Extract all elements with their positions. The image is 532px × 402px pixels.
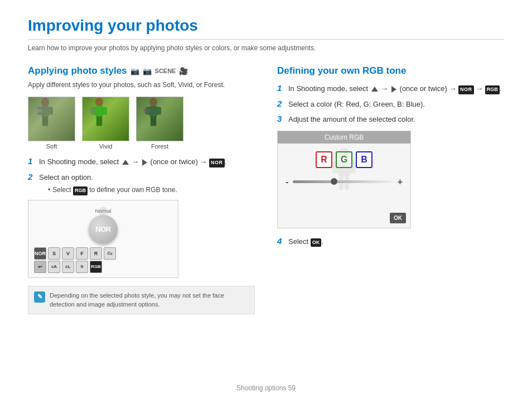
ok-button[interactable]: OK [390, 213, 406, 223]
svg-rect-3 [49, 107, 53, 115]
svg-point-7 [95, 98, 103, 107]
svg-rect-4 [42, 116, 45, 126]
style-icons-row1: NOR S V F R C₀ [34, 247, 116, 260]
svg-rect-11 [96, 116, 99, 126]
svg-rect-13 [90, 109, 96, 113]
section-description: Apply different styles to your photos, s… [28, 80, 255, 90]
right-step-3: 3 Adjust the amount of the selected colo… [277, 114, 504, 125]
plus-label: + [398, 177, 403, 187]
minus-label: - [286, 177, 288, 187]
right-step-4: 4 Select OK. [277, 236, 504, 247]
section-title-text: Applying photo styles [28, 65, 127, 76]
rgb-badge-inline: RGB [73, 186, 88, 195]
note-icon: ✎ [34, 291, 45, 303]
sicon-cl[interactable]: cL [62, 261, 74, 273]
person-silhouette-vivid [83, 97, 116, 136]
video-icon: 🎥 [179, 67, 188, 75]
photo-soft-label: Soft [46, 143, 57, 150]
sicon-f[interactable]: F [76, 247, 88, 260]
left-step-2: 2 Select an option. Select RGB to define… [28, 172, 255, 195]
note-text: Depending on the selected photo style, y… [50, 291, 249, 309]
left-column: Applying photo styles 📷 📷 SCENE 🎥 Apply … [28, 65, 255, 314]
photo-vivid-label: Vivid [99, 143, 113, 150]
right-step-2: 2 Select a color (R: Red, G: Green, B: B… [277, 99, 504, 110]
right-step-3-text: Adjust the amount of the selected color. [288, 114, 504, 125]
sicon-v[interactable]: V [62, 247, 74, 260]
defining-rgb-title: Defining your own RGB tone [277, 65, 504, 76]
slider-track[interactable] [293, 180, 393, 183]
ok-badge-inline: OK [311, 238, 322, 247]
svg-rect-15 [149, 106, 157, 117]
right-step-1-text: In Shooting mode, select → (once or twic… [288, 83, 504, 94]
step-1-text: In Shooting mode, select → (once or twic… [39, 156, 255, 168]
photo-vivid: Vivid [82, 97, 129, 150]
svg-rect-20 [144, 109, 151, 113]
person-silhouette-forest [137, 97, 170, 136]
sicon-s[interactable]: S [48, 247, 60, 260]
nor-badge-1: NOR [209, 159, 225, 168]
right-column: Defining your own RGB tone 1 In Shooting… [277, 65, 504, 314]
right-step-3-num: 3 [277, 114, 285, 123]
sicon-fi[interactable]: fi [76, 261, 88, 273]
sicon-nor[interactable]: NOR [34, 247, 46, 260]
camera-icon-1: 📷 [130, 67, 139, 75]
svg-rect-12 [99, 116, 102, 126]
sicon-c0[interactable]: C₀ [104, 247, 116, 260]
step-2-text: Select an option. Select RGB to define y… [39, 172, 255, 195]
page-container: Improving your photos Learn how to impro… [0, 0, 532, 337]
svg-rect-8 [95, 106, 103, 117]
page-subtitle: Learn how to improve your photos by appl… [28, 44, 504, 52]
left-step-1: 1 In Shooting mode, select → (once or tw… [28, 156, 255, 168]
right-step-2-num: 2 [277, 99, 285, 108]
svg-rect-10 [103, 107, 107, 115]
step-2-bullet-1: Select RGB to define your own RGB tone. [48, 185, 255, 195]
svg-rect-18 [151, 116, 153, 126]
svg-rect-29 [332, 161, 338, 173]
photo-forest: Forest [136, 97, 183, 150]
style-circle[interactable]: NOR [89, 215, 118, 244]
style-circle-container: Normal NOR [89, 208, 118, 244]
sicon-ca[interactable]: cA [48, 261, 60, 273]
photo-soft: Soft [28, 97, 75, 150]
rgb-badge-2: RGB [485, 85, 500, 94]
right-arrow-icon-2 [391, 86, 396, 93]
nor-circle-label: NOR [95, 225, 110, 233]
scene-icon: SCENE [155, 68, 176, 74]
right-step-1: 1 In Shooting mode, select → (once or tw… [277, 83, 504, 94]
right-steps: 1 In Shooting mode, select → (once or tw… [277, 83, 504, 125]
nor-badge-2: NOR [458, 85, 474, 94]
svg-point-14 [149, 98, 157, 107]
person-silhouette-soft [28, 97, 62, 136]
photo-vivid-box [82, 97, 129, 141]
svg-rect-5 [45, 116, 48, 126]
camera-icon-2: 📷 [143, 67, 152, 75]
svg-rect-6 [36, 109, 42, 113]
right-step-2-text: Select a color (R: Red, G: Green, B: Blu… [288, 99, 504, 110]
page-footer: Shooting options 59 [0, 384, 532, 392]
normal-label: Normal [89, 208, 118, 214]
two-column-layout: Applying photo styles 📷 📷 SCENE 🎥 Apply … [28, 65, 504, 314]
right-step-4-num: 4 [277, 236, 285, 246]
photo-forest-label: Forest [151, 143, 168, 150]
svg-rect-17 [157, 107, 161, 115]
svg-point-0 [41, 98, 49, 107]
step-1-num: 1 [28, 156, 36, 166]
svg-point-27 [338, 148, 350, 160]
rgb-panel-title: Custom RGB [278, 131, 410, 143]
sicon-rgb[interactable]: RGB [90, 261, 102, 273]
rgb-panel: Custom RGB R G B - + OK [277, 131, 411, 228]
sicon-back[interactable]: ↩ [34, 261, 46, 273]
style-icons-row2: ↩ cA cL fi RGB [34, 261, 102, 273]
step-2-num: 2 [28, 172, 36, 181]
right-arrow-icon-1 [142, 159, 147, 166]
step-2-bullets: Select RGB to define your own RGB tone. [48, 185, 255, 195]
note-box: ✎ Depending on the selected photo style,… [28, 286, 255, 314]
photo-soft-box [28, 97, 75, 141]
photo-forest-box [136, 97, 183, 141]
page-title: Improving your photos [28, 17, 504, 40]
svg-rect-28 [338, 160, 350, 176]
sicon-r[interactable]: R [90, 247, 102, 260]
right-step-1-num: 1 [277, 83, 285, 93]
rgb-panel-person-watermark [322, 148, 366, 204]
up-arrow-icon-2 [371, 87, 378, 92]
